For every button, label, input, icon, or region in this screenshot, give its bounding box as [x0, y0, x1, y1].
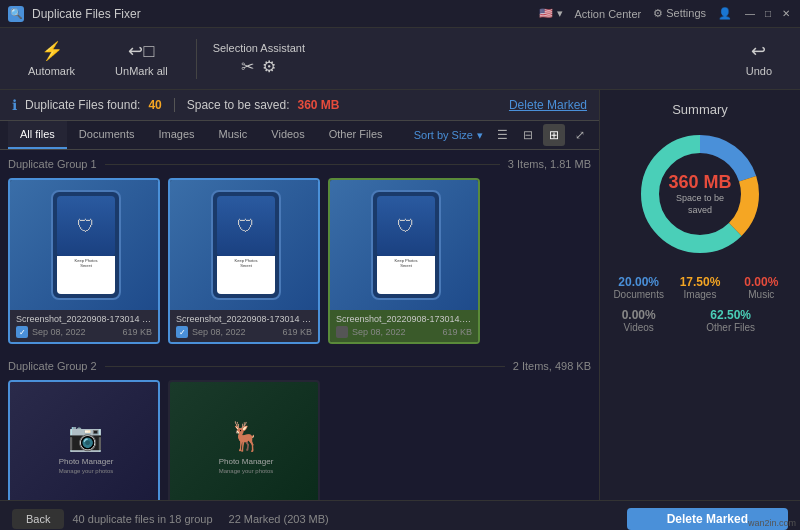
- file-list: Duplicate Group 1 3 Items, 1.81 MB 🛡 Kee…: [0, 150, 599, 500]
- automark-label: Automark: [28, 65, 75, 77]
- file-checkbox-3[interactable]: [336, 326, 348, 338]
- file-card-5[interactable]: 🦌 Photo Manager Manage your photos Photo…: [168, 380, 320, 500]
- file-thumbnail-4: 📷 Photo Manager Manage your photos: [10, 382, 160, 500]
- donut-center: 360 MB Space to besaved: [668, 172, 731, 216]
- group-1-line: [105, 164, 500, 165]
- unmark-label: UnMark all: [115, 65, 168, 77]
- main-content: ℹ Duplicate Files found: 40 Space to be …: [0, 90, 800, 500]
- titlebar-right: 🇺🇸 ▾ Action Center ⚙ Settings 👤 — □ ✕: [539, 7, 792, 20]
- tab-other-files[interactable]: Other Files: [317, 121, 395, 149]
- status-bar: 40 duplicate files in 18 group 22 Marked…: [72, 513, 618, 525]
- file-meta-2: Sep 08, 2022 619 KB: [176, 326, 312, 338]
- selection-assistant-label: Selection Assistant: [213, 42, 305, 54]
- tab-videos[interactable]: Videos: [259, 121, 316, 149]
- file-size-1: 619 KB: [122, 327, 152, 337]
- stat-pct-videos: 0.00%: [622, 308, 656, 322]
- watermark: wan2in.com: [748, 518, 796, 528]
- sort-chevron-icon: ▾: [477, 129, 483, 142]
- file-date-3: Sep 08, 2022: [352, 327, 406, 337]
- file-name-1: Screenshot_20220908-173014 (1).j...: [16, 314, 152, 324]
- window-controls: — □ ✕: [744, 8, 792, 20]
- view-expand-btn[interactable]: ⤢: [569, 124, 591, 146]
- right-panel: Summary 360 MB Space to besaved 20.00%: [600, 90, 800, 500]
- info-icon: ℹ: [12, 97, 17, 113]
- view-list-btn[interactable]: ☰: [491, 124, 513, 146]
- toolbar: ⚡ Automark ↩□ UnMark all Selection Assis…: [0, 28, 800, 90]
- view-grid-btn[interactable]: ⊞: [543, 124, 565, 146]
- info-separator: [174, 98, 175, 112]
- back-button[interactable]: Back: [12, 509, 64, 529]
- space-value: 360 MB: [298, 98, 340, 112]
- action-center-button[interactable]: Action Center: [575, 8, 642, 20]
- unmark-icon: ↩□: [128, 40, 154, 62]
- file-meta-3: Sep 08, 2022 619 KB: [336, 326, 472, 338]
- undo-button[interactable]: ↩ Undo: [734, 34, 784, 83]
- file-checkbox-2[interactable]: [176, 326, 188, 338]
- maximize-button[interactable]: □: [762, 8, 774, 20]
- tab-music[interactable]: Music: [207, 121, 260, 149]
- group-1-items: 🛡 Keep PhotosSecret Screenshot_20220908-…: [8, 178, 591, 344]
- tab-bar: All files Documents Images Music Videos …: [0, 121, 599, 150]
- file-footer-3: Screenshot_20220908-173014.jpg Sep 08, 2…: [330, 310, 478, 342]
- file-card-3[interactable]: 🛡 Keep PhotosSecret Screenshot_20220908-…: [328, 178, 480, 344]
- file-meta-1: Sep 08, 2022 619 KB: [16, 326, 152, 338]
- stat-name-documents: Documents: [613, 289, 664, 300]
- tab-documents[interactable]: Documents: [67, 121, 147, 149]
- group-1-name: Duplicate Group 1: [8, 158, 97, 170]
- avatar-icon[interactable]: 👤: [718, 7, 732, 20]
- file-thumbnail-2: 🛡 Keep PhotosSecret: [170, 180, 320, 310]
- space-label: Space to be saved:: [187, 98, 290, 112]
- stat-documents: 20.00% Documents: [612, 275, 665, 300]
- stat-name-videos: Videos: [623, 322, 653, 333]
- stat-other-files: 62.50% Other Files: [673, 308, 788, 333]
- donut-value: 360 MB: [668, 172, 731, 193]
- view-split-btn[interactable]: ⊟: [517, 124, 539, 146]
- group-2-items: 📷 Photo Manager Manage your photos Photo…: [8, 380, 591, 500]
- file-thumbnail-1: 🛡 Keep PhotosSecret: [10, 180, 160, 310]
- selection-assistant: Selection Assistant ✂ ⚙: [213, 42, 305, 76]
- undo-label: Undo: [746, 65, 772, 77]
- left-panel: ℹ Duplicate Files found: 40 Space to be …: [0, 90, 600, 500]
- file-card-4[interactable]: 📷 Photo Manager Manage your photos Photo…: [8, 380, 160, 500]
- duplicate-label: Duplicate Files found:: [25, 98, 140, 112]
- file-checkbox-1[interactable]: [16, 326, 28, 338]
- stat-name-music: Music: [748, 289, 774, 300]
- sort-control[interactable]: Sort by Size ▾: [414, 129, 483, 142]
- file-name-2: Screenshot_20220908-173014 (2).j...: [176, 314, 312, 324]
- selection-icon-2[interactable]: ⚙: [262, 57, 276, 76]
- duplicate-count: 40: [148, 98, 161, 112]
- marked-info: 22 Marked (203 MB): [229, 513, 329, 525]
- minimize-button[interactable]: —: [744, 8, 756, 20]
- unmark-all-button[interactable]: ↩□ UnMark all: [103, 34, 180, 83]
- file-date-2: Sep 08, 2022: [192, 327, 246, 337]
- selection-icon-1[interactable]: ✂: [241, 57, 254, 76]
- file-card-2[interactable]: 🛡 Keep PhotosSecret Screenshot_20220908-…: [168, 178, 320, 344]
- file-footer-2: Screenshot_20220908-173014 (2).j... Sep …: [170, 310, 318, 342]
- flag-icon[interactable]: 🇺🇸 ▾: [539, 7, 562, 20]
- file-thumbnail-5: 🦌 Photo Manager Manage your photos: [170, 382, 320, 500]
- tab-images[interactable]: Images: [146, 121, 206, 149]
- duplicate-group-1: Duplicate Group 1 3 Items, 1.81 MB 🛡 Kee…: [8, 158, 591, 344]
- view-controls: ☰ ⊟ ⊞ ⤢: [491, 124, 591, 146]
- donut-label: Space to besaved: [668, 193, 731, 216]
- close-button[interactable]: ✕: [780, 8, 792, 20]
- action-bar: Back 40 duplicate files in 18 group 22 M…: [0, 500, 800, 530]
- group-2-line: [105, 366, 505, 367]
- file-size-3: 619 KB: [442, 327, 472, 337]
- delete-marked-link[interactable]: Delete Marked: [509, 98, 587, 112]
- tab-all-files[interactable]: All files: [8, 121, 67, 149]
- automark-button[interactable]: ⚡ Automark: [16, 34, 87, 83]
- file-card-1[interactable]: 🛡 Keep PhotosSecret Screenshot_20220908-…: [8, 178, 160, 344]
- stat-pct-documents: 20.00%: [618, 275, 659, 289]
- stat-pct-other: 62.50%: [710, 308, 751, 322]
- stat-pct-music: 0.00%: [744, 275, 778, 289]
- info-bar: ℹ Duplicate Files found: 40 Space to be …: [0, 90, 599, 121]
- group-1-header: Duplicate Group 1 3 Items, 1.81 MB: [8, 158, 591, 170]
- file-date-1: Sep 08, 2022: [32, 327, 86, 337]
- undo-icon: ↩: [751, 40, 766, 62]
- files-info: 40 duplicate files in 18 group: [72, 513, 212, 525]
- stat-images: 17.50% Images: [673, 275, 726, 300]
- automark-icon: ⚡: [41, 40, 63, 62]
- toolbar-divider-1: [196, 39, 197, 79]
- settings-button[interactable]: ⚙ Settings: [653, 7, 706, 20]
